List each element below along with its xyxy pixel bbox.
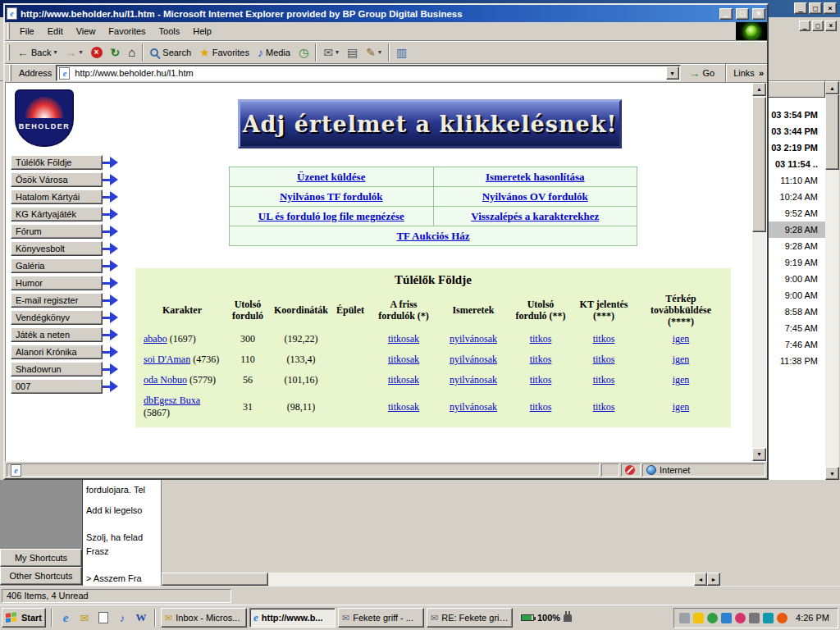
kt-report-link[interactable]: titkos — [593, 333, 615, 345]
scroll-right-icon[interactable]: ► — [707, 573, 720, 586]
fresh-rounds-link[interactable]: titkosak — [388, 354, 419, 365]
tray-volume-icon[interactable] — [749, 613, 760, 623]
menu-view[interactable]: View — [70, 24, 103, 39]
stop-button[interactable]: × — [87, 43, 107, 62]
ie-titlebar[interactable]: e http://www.beholder.hu/l1.htm - Micros… — [5, 5, 767, 22]
address-input[interactable] — [73, 67, 662, 79]
quicklaunch-ie-icon[interactable]: e — [57, 609, 74, 626]
fresh-rounds-link[interactable]: titkosak — [388, 374, 419, 386]
fresh-rounds-link[interactable]: titkosak — [388, 333, 419, 345]
sidebar-item[interactable]: Játék a neten — [11, 327, 118, 342]
start-button[interactable]: Start — [2, 608, 46, 628]
knowledge-link[interactable]: nyilvánosak — [450, 401, 497, 413]
character-link[interactable]: soi D'Aman — [144, 354, 190, 365]
address-field[interactable]: e ▾ — [56, 65, 680, 81]
menu-tools[interactable]: Tools — [153, 24, 187, 39]
character-link[interactable]: ababo — [144, 333, 167, 345]
links-label[interactable]: Links — [733, 68, 755, 78]
map-forward-link[interactable]: igen — [673, 374, 690, 386]
child-restore-button[interactable]: □ — [812, 21, 824, 31]
sidebar-item[interactable]: E-mail regiszter — [11, 293, 118, 308]
quicklaunch-outlook-icon[interactable]: ✉ — [76, 609, 93, 626]
minimize-button[interactable]: _ — [719, 8, 733, 20]
quick-link[interactable]: Nyilvános OV fordulók — [482, 190, 588, 203]
kt-report-link[interactable]: titkos — [593, 401, 615, 413]
sidebar-item[interactable]: Túlélők Földje — [11, 155, 118, 170]
sidebar-item[interactable]: Ősök Városa — [11, 172, 118, 187]
my-shortcuts-button[interactable]: My Shortcuts — [0, 549, 82, 567]
last-round-link[interactable]: titkos — [530, 333, 552, 345]
addressbar-grip[interactable] — [9, 65, 11, 81]
menu-edit[interactable]: Edit — [41, 24, 70, 39]
other-shortcuts-button[interactable]: Other Shortcuts — [0, 567, 82, 585]
scroll-up-icon[interactable]: ▲ — [752, 83, 766, 96]
history-button[interactable]: ◷ — [294, 43, 313, 62]
ad-banner[interactable]: Adj értelmet a klikkelésnek! — [238, 99, 622, 148]
close-button[interactable]: × — [752, 8, 765, 20]
discuss-button[interactable]: ▥ — [392, 43, 411, 62]
quick-link[interactable]: Visszalépés a karakterekhez — [471, 210, 599, 222]
child-minimize-button[interactable]: _ — [799, 21, 810, 31]
task-inbox[interactable]: ✉ Inbox - Micros... — [161, 608, 247, 628]
sidebar-item[interactable]: Fórum — [11, 224, 118, 239]
home-button[interactable]: ⌂ — [124, 43, 139, 62]
last-round-link[interactable]: titkos — [530, 354, 552, 365]
scrollbar-thumb[interactable] — [825, 94, 839, 170]
refresh-button[interactable]: ↻ — [107, 43, 125, 62]
menu-favorites[interactable]: Favorites — [102, 24, 152, 39]
go-button[interactable]: → Go — [685, 65, 719, 81]
favorites-button[interactable]: ★ Favorites — [195, 43, 253, 62]
quicklaunch-media-icon[interactable]: ♪ — [114, 609, 130, 626]
toolbar-grip[interactable] — [7, 44, 10, 61]
menubar-grip[interactable] — [7, 23, 10, 39]
character-link[interactable]: dbEgesz Buxa — [144, 395, 200, 406]
scroll-down-icon[interactable]: ▼ — [825, 467, 839, 480]
scrollbar-thumb[interactable] — [752, 97, 766, 232]
minimize-button[interactable]: _ — [794, 2, 807, 14]
battery-meter[interactable]: 100% — [515, 613, 578, 623]
maximize-button[interactable]: □ — [809, 2, 822, 14]
kt-report-link[interactable]: titkos — [593, 354, 615, 365]
map-forward-link[interactable]: igen — [673, 401, 690, 413]
tray-power-icon[interactable] — [693, 613, 704, 623]
mail-button[interactable]: ✉ ▾ — [319, 43, 343, 62]
quicklaunch-show-desktop-icon[interactable] — [95, 609, 112, 626]
map-forward-link[interactable]: igen — [673, 333, 690, 345]
last-round-link[interactable]: titkos — [530, 401, 552, 413]
outlook-scrollbar[interactable]: ▲ ▼ — [825, 81, 839, 480]
close-button[interactable]: × — [824, 2, 837, 14]
task-message-1[interactable]: ✉ Fekete griff - ... — [338, 608, 424, 628]
address-dropdown-icon[interactable]: ▾ — [666, 66, 679, 80]
sidebar-item[interactable]: Humor — [11, 276, 118, 290]
tray-antivirus-icon[interactable] — [707, 613, 718, 623]
mail-dropdown-icon[interactable]: ▾ — [336, 48, 339, 56]
taskbar-clock[interactable]: 4:26 PM — [791, 613, 833, 623]
tray-messenger-icon[interactable] — [735, 613, 746, 623]
quick-link[interactable]: Nyilvános TF fordulók — [280, 190, 383, 203]
sidebar-item[interactable]: Hatalom Kártyái — [11, 189, 118, 204]
sidebar-item[interactable]: Shadowrun — [11, 362, 118, 377]
outlook-horizontal-scrollbar[interactable]: ◄ ► — [162, 573, 720, 586]
task-message-2[interactable]: ✉ RE: Fekete grif... — [427, 608, 513, 628]
scroll-up-icon[interactable]: ▲ — [825, 81, 839, 94]
print-button[interactable]: ▤ — [343, 43, 362, 62]
map-forward-link[interactable]: igen — [673, 354, 690, 365]
knowledge-link[interactable]: nyilvánosak — [450, 354, 497, 365]
quick-link[interactable]: UL és forduló log file megnézése — [258, 210, 404, 222]
search-button[interactable]: Search — [146, 43, 195, 62]
sidebar-item[interactable]: Alanori Krónika — [11, 345, 118, 359]
tray-network-icon[interactable] — [763, 613, 774, 623]
beholder-logo[interactable]: BEHOLDER — [9, 84, 80, 152]
knowledge-link[interactable]: nyilvánosak — [450, 374, 497, 386]
task-ie-beholder[interactable]: e http://www.b... — [249, 608, 336, 628]
sidebar-item[interactable]: 007 — [11, 379, 118, 394]
quick-link[interactable]: Ismeretek hasonlítása — [486, 171, 585, 183]
tray-display-icon[interactable] — [721, 613, 732, 623]
quick-link[interactable]: Üzenet küldése — [297, 171, 365, 183]
scrollbar-thumb[interactable] — [162, 573, 268, 586]
edit-dropdown-icon[interactable]: ▾ — [378, 48, 381, 56]
scroll-left-icon[interactable]: ◄ — [694, 573, 707, 586]
scroll-down-icon[interactable]: ▼ — [752, 448, 766, 461]
last-round-link[interactable]: titkos — [530, 374, 552, 386]
fresh-rounds-link[interactable]: titkosak — [388, 401, 419, 413]
